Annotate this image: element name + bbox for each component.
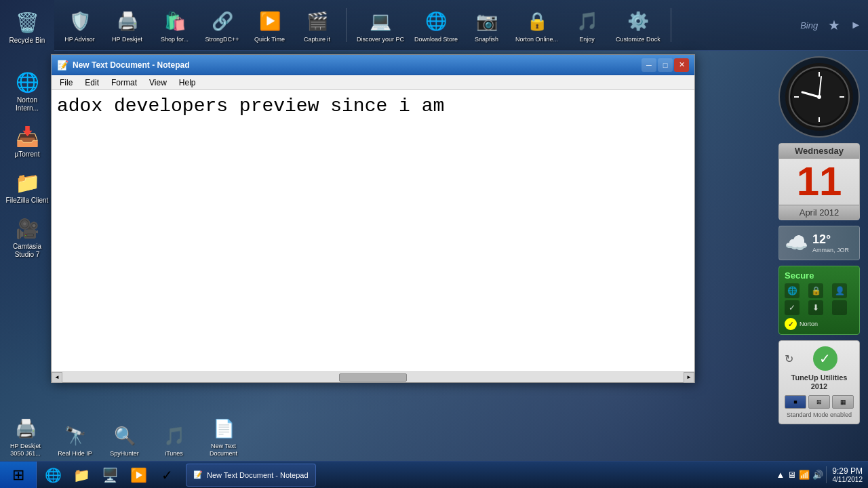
start-button[interactable]: ⊞ [0, 462, 37, 489]
taskbar-notepad-app[interactable]: 📝 New Text Document - Notepad [186, 464, 316, 487]
realhideip-icon[interactable]: 🔭 Real Hide IP [53, 422, 97, 458]
toolbar-customizedock[interactable]: ⚙️ Customize Dock [616, 7, 660, 43]
norton-internet-label: Norton Intern... [5, 96, 49, 113]
taskbar-check-button[interactable]: ✓ [153, 463, 180, 487]
taskbar-clock[interactable]: 9:29 PM 4/11/2012 [826, 466, 868, 483]
toolbar-strongdc[interactable]: 🔗 StrongDC++ [203, 7, 241, 43]
sec-icon-shield: 🔒 [808, 283, 823, 298]
utorrent-icon-desktop[interactable]: 📥 µTorrent [3, 121, 52, 161]
clock-widget [778, 56, 860, 138]
close-button[interactable]: ✕ [674, 58, 689, 72]
toolbar-discover[interactable]: 💻 Discover your PC [357, 7, 404, 43]
norton-internet-icon-desktop[interactable]: 🌐 Norton Intern... [3, 66, 52, 115]
tuneup-btn-3[interactable]: ▦ [832, 395, 854, 409]
toolbar-capture[interactable]: 🎬 Capture it [298, 7, 336, 43]
taskbar-date-display: 4/11/2012 [832, 476, 863, 483]
scroll-right-arrow[interactable]: ► [684, 372, 694, 383]
window-menubar: File Edit Format View Help [52, 75, 694, 90]
toolbar-norton[interactable]: 🔒 Norton Online... [515, 7, 558, 43]
taskbar-explorer-button[interactable]: 📁 [68, 463, 95, 487]
taskbar: ⊞ 🌐 📁 🖥️ ▶️ ✓ 📝 New Text Document - Note… [0, 461, 868, 488]
tuneup-refresh-icon[interactable]: ↻ [785, 352, 793, 365]
taskbar-ie-button[interactable]: 🌐 [39, 463, 66, 487]
snapfish-icon: 📷 [473, 7, 501, 36]
toolbar-separator-2 [671, 8, 671, 42]
norton-checkmark: ✓ [785, 318, 797, 330]
weather-city: Amman, JOR [812, 247, 849, 253]
capture-icon: 🎬 [303, 7, 332, 36]
tuneup-btn-1[interactable]: ■ [785, 395, 806, 409]
discover-label: Discover your PC [357, 36, 404, 43]
arrow-right-icon[interactable]: ► [850, 19, 861, 31]
tray-network-icon[interactable]: 📶 [799, 470, 810, 480]
scroll-thumb[interactable] [339, 373, 407, 382]
snapfish-label: Snapfish [475, 36, 498, 43]
toolbar-separator-1 [346, 8, 347, 42]
calendar-day-name: Wednesday [779, 144, 859, 159]
security-widget: Secure 🌐 🔒 👤 ✓ ⬇ ✓ Norton [778, 266, 860, 335]
spyhunter-img: 🔍 [111, 422, 139, 450]
right-widgets-panel: Wednesday 11 April 2012 ☁️ 12° Amman, JO… [773, 51, 868, 430]
scroll-left-arrow[interactable]: ◄ [52, 372, 62, 383]
hp-advisor-label: HP Advisor [64, 36, 94, 43]
toolbar-snapfish[interactable]: 📷 Snapfish [468, 7, 505, 43]
windows-logo-icon: ⊞ [12, 466, 24, 484]
norton-security-row: ✓ Norton [785, 318, 854, 330]
camtasia-icon-desktop[interactable]: 🎥 Camtasia Studio 7 [3, 213, 52, 262]
toolbar-shopfor[interactable]: 🛍️ Shop for... [156, 7, 193, 43]
toolbar-hp-deskjet[interactable]: 🖨️ HP Deskjet [108, 7, 146, 43]
itunes-icon[interactable]: 🎵 iTunes [152, 422, 196, 458]
new-text-doc-icon[interactable]: 📄 New Text Document [201, 414, 245, 458]
hp-deskjet-bottom-icon[interactable]: 🖨️ HP Deskjet 3050 J61... [3, 414, 47, 458]
notepad-content-area [52, 90, 694, 371]
quicktime-label: Quick Time [254, 36, 285, 43]
clock-svg [789, 66, 850, 127]
menu-help[interactable]: Help [174, 77, 201, 89]
tuneup-check-icon: ✓ [813, 346, 837, 371]
camtasia-img: 🎥 [14, 216, 40, 241]
hp-deskjet-bottom-img: 🖨️ [12, 414, 40, 443]
calendar-month-year: April 2012 [779, 205, 859, 220]
menu-view[interactable]: View [144, 77, 172, 89]
toolbar-hp-advisor[interactable]: 🛡️ HP Advisor [61, 7, 98, 43]
shopfor-icon: 🛍️ [161, 7, 189, 36]
window-title: New Text Document - Notepad [73, 60, 642, 70]
recycle-bin-icon-desktop[interactable]: 🗑️ Recycle Bin [3, 7, 52, 47]
tuneup-btn-2[interactable]: ⊞ [808, 395, 830, 409]
system-tray: ▲ 🖥 📶 🔊 [773, 470, 826, 480]
new-text-doc-label: New Text Document [201, 443, 245, 458]
tray-arrow-icon[interactable]: ▲ [776, 470, 785, 480]
scroll-track[interactable] [62, 372, 684, 382]
hp-deskjet-icon: 🖨️ [113, 7, 142, 36]
recycle-bin-label: Recycle Bin [9, 37, 45, 45]
tray-usb-icon[interactable]: 🖥 [787, 470, 796, 480]
toolbar-enjoy[interactable]: 🎵 Enjoy [568, 7, 606, 43]
tray-volume-icon[interactable]: 🔊 [812, 470, 823, 480]
svg-point-8 [817, 95, 821, 99]
tuneup-mode-buttons: ■ ⊞ ▦ [785, 395, 854, 409]
weather-widget: ☁️ 12° Amman, JOR [778, 226, 860, 260]
maximize-button[interactable]: □ [658, 58, 673, 72]
horizontal-scrollbar[interactable]: ◄ ► [52, 371, 694, 382]
calendar-widget: Wednesday 11 April 2012 [778, 143, 860, 220]
menu-format[interactable]: Format [106, 77, 142, 89]
toolbar-downloadstore[interactable]: 🌐 Download Store [414, 7, 458, 43]
shopfor-label: Shop for... [161, 36, 189, 43]
sec-icon-person: 👤 [832, 283, 847, 298]
spyhunter-icon[interactable]: 🔍 SpyHunter [102, 422, 146, 458]
notepad-text-area[interactable] [52, 90, 694, 371]
hp-deskjet-label: HP Deskjet [112, 36, 142, 43]
toolbar-quicktime[interactable]: ▶️ Quick Time [251, 7, 288, 43]
taskbar-hp-button[interactable]: 🖥️ [96, 463, 123, 487]
weather-cloud-icon: ☁️ [785, 232, 808, 254]
taskbar-notepad-label: New Text Document - Notepad [207, 471, 309, 479]
filezilla-icon-desktop[interactable]: 📁 FileZilla Client [3, 167, 52, 207]
favorite-star-icon[interactable]: ★ [828, 17, 840, 33]
menu-file[interactable]: File [54, 77, 78, 89]
menu-edit[interactable]: Edit [79, 77, 104, 89]
hp-advisor-icon: 🛡️ [66, 7, 94, 36]
minimize-button[interactable]: ─ [642, 58, 656, 72]
itunes-label: iTunes [165, 450, 183, 458]
discover-icon: 💻 [366, 7, 395, 36]
taskbar-media-button[interactable]: ▶️ [125, 463, 152, 487]
